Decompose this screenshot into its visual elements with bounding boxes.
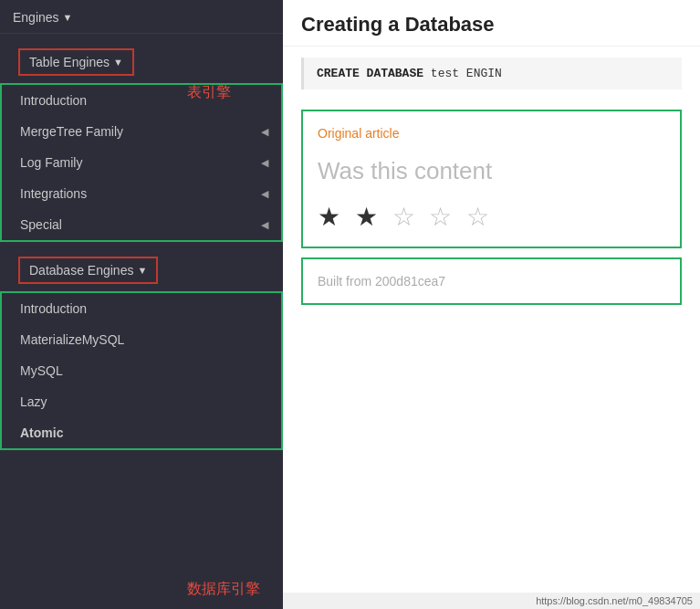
table-engines-label: Table Engines	[29, 55, 110, 69]
table-engines-section: Table Engines ▼ 表引擎 Introduction MergeTr…	[0, 34, 283, 242]
db-menu-item-introduction-label: Introduction	[20, 301, 87, 316]
table-engines-chevron: ▼	[113, 57, 123, 68]
main-content: Creating a Database CREATE DATABASE test…	[283, 0, 700, 609]
menu-item-log-family[interactable]: Log Family ◀	[2, 147, 281, 178]
menu-item-introduction-label: Introduction	[20, 93, 87, 108]
built-from-text: Built from 200d81cea7	[318, 274, 665, 289]
main-title-text: Creating a Database	[301, 13, 495, 36]
menu-item-special-label: Special	[20, 217, 62, 232]
content-green-box-bottom: Built from 200d81cea7	[301, 257, 682, 305]
main-header: Creating a Database	[283, 0, 700, 47]
sidebar-top-nav: Engines ▼	[0, 0, 283, 34]
stars-rating[interactable]: ★ ★ ☆ ☆ ☆	[318, 202, 665, 232]
star-4-icon[interactable]: ☆	[429, 203, 455, 231]
table-engines-header-area: Table Engines ▼	[0, 34, 283, 76]
database-engines-chevron: ▼	[137, 265, 147, 276]
engines-dropdown[interactable]: Engines ▼	[13, 10, 72, 25]
original-article-link[interactable]: Original article	[318, 126, 665, 141]
database-engines-chinese-label: 数据库引擎	[187, 580, 260, 599]
table-engines-chinese-label: 表引擎	[187, 83, 231, 102]
mergetree-arrow-icon: ◀	[261, 126, 268, 138]
star-3-icon[interactable]: ☆	[392, 203, 419, 231]
integrations-arrow-icon: ◀	[261, 188, 268, 200]
sidebar: Engines ▼ Table Engines ▼ 表引擎 Introducti…	[0, 0, 283, 609]
menu-item-integrations[interactable]: Integrations ◀	[2, 178, 281, 209]
special-arrow-icon: ◀	[261, 219, 268, 231]
url-bar-text: https://blog.csdn.net/m0_49834705	[536, 595, 693, 606]
table-engines-menu: Introduction MergeTree Family ◀ Log Fami…	[0, 83, 283, 242]
database-engines-label: Database Engines	[29, 263, 133, 278]
db-menu-item-atomic-label: Atomic	[20, 425, 63, 440]
menu-item-log-family-label: Log Family	[20, 155, 82, 170]
menu-item-special[interactable]: Special ◀	[2, 209, 281, 240]
db-menu-item-lazy[interactable]: Lazy	[2, 386, 281, 417]
menu-item-introduction[interactable]: Introduction	[2, 85, 281, 116]
db-menu-item-introduction[interactable]: Introduction	[2, 293, 281, 324]
menu-item-mergetree-label: MergeTree Family	[20, 124, 123, 139]
db-menu-item-mysql[interactable]: MySQL	[2, 355, 281, 386]
star-1-icon[interactable]: ★	[318, 203, 344, 231]
was-this-content-text: Was this content	[318, 157, 665, 185]
db-menu-item-mysql-label: MySQL	[20, 363, 63, 378]
db-menu-item-atomic[interactable]: Atomic	[2, 417, 281, 448]
engines-label: Engines	[13, 10, 59, 25]
db-menu-item-lazy-label: Lazy	[20, 394, 47, 409]
log-family-arrow-icon: ◀	[261, 157, 268, 169]
table-engines-dropdown[interactable]: Table Engines ▼	[18, 48, 134, 76]
database-engines-dropdown[interactable]: Database Engines ▼	[18, 257, 158, 284]
db-menu-item-materialize[interactable]: MaterializeMySQL	[2, 324, 281, 355]
database-engines-header-area: Database Engines ▼	[0, 242, 283, 284]
db-menu-item-materialize-label: MaterializeMySQL	[20, 332, 124, 347]
page-title: Creating a Database	[301, 13, 682, 37]
url-bar: https://blog.csdn.net/m0_49834705	[283, 593, 700, 609]
code-suffix: ENGIN	[466, 67, 502, 80]
code-keyword-create: CREATE DATABASE	[317, 67, 423, 80]
code-db-name: test	[431, 67, 466, 80]
engines-chevron: ▼	[63, 12, 73, 23]
code-snippet: CREATE DATABASE test ENGIN	[301, 58, 682, 89]
menu-item-integrations-label: Integrations	[20, 186, 87, 201]
star-5-icon[interactable]: ☆	[466, 203, 493, 231]
menu-item-mergetree[interactable]: MergeTree Family ◀	[2, 116, 281, 147]
star-2-icon[interactable]: ★	[355, 203, 381, 231]
database-engines-section: Database Engines ▼ 数据库引擎 Introduction Ma…	[0, 242, 283, 450]
content-green-box-top: Original article Was this content ★ ★ ☆ …	[301, 110, 682, 248]
db-engines-menu: Introduction MaterializeMySQL MySQL Lazy…	[0, 291, 283, 450]
